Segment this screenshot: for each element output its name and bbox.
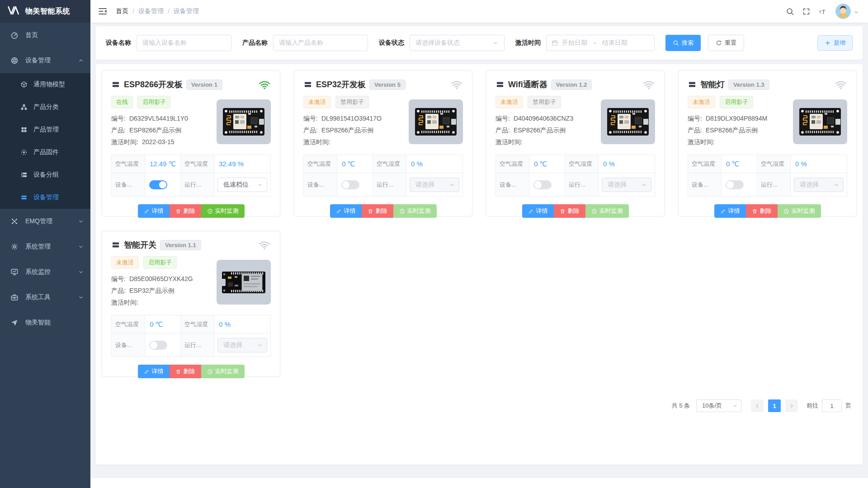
sidebar-subitem[interactable]: 产品管理 [0,118,90,141]
activate-time-label: 激活时间 [515,39,541,47]
sidebar-item-label: 系统监控 [25,268,51,276]
device-image [217,99,271,144]
wifi-status-icon [258,79,271,90]
temp-label: 空气温度 [496,155,529,173]
version-badge: Version 5 [369,80,406,90]
realtime-monitor-button[interactable]: 实时监测 [201,204,245,218]
device-switch-toggle[interactable] [726,180,744,189]
breadcrumb-item[interactable]: 设备管理 [138,7,164,15]
device-switch-toggle[interactable] [149,180,167,189]
run-mode-select: 请选择 [410,178,459,192]
temp-label: 空气温度 [112,155,145,173]
status-tag: 启用影子 [143,256,177,269]
page-size-select[interactable]: 10条/页 [696,399,741,412]
logo: 物美智能系统 [0,0,90,23]
device-product: ESP8266产品示例 [321,127,373,134]
sidebar-subitem-label: 通用物模型 [33,80,65,89]
next-page-button[interactable] [785,399,798,412]
breadcrumb-item[interactable]: 首页 [116,7,128,15]
device-name-input[interactable]: 请输入设备名称 [137,35,231,51]
card-actions: 详情删除实时监测 [688,204,847,218]
card-header: ESP32开发板Version 5 [303,79,463,90]
device-product-row: 产品:ESP8266产品示例 [688,124,780,136]
device-code-row: 编号:D819DLX904P8894M [688,113,780,124]
sidebar-menu: 首页设备管理通用物模型产品分类产品管理产品固件设备分组设备管理EMQ管理系统管理… [0,23,90,335]
monitor-circle-icon [591,208,597,214]
sidebar-item[interactable]: 系统监控 [0,259,90,285]
refresh-icon [716,40,722,46]
detail-button[interactable]: 详情 [138,365,170,378]
product-name-input[interactable]: 请输入产品名称 [273,35,368,51]
device-switch-toggle[interactable] [149,341,167,350]
horizontal-scrollbar[interactable] [90,478,868,488]
filter-bar: 设备名称 请输入设备名称 产品名称 请输入产品名称 设备状态 请选择设备状态 激… [96,26,863,60]
delete-button[interactable]: 删除 [746,204,778,218]
metrics-table: 空气温度0 ℃空气湿度0 %设备...运行...请选择 [495,155,655,197]
sidebar-subitem[interactable]: 设备分组 [0,164,90,186]
page-number[interactable]: 1 [768,399,781,412]
trash-icon [368,208,373,214]
detail-button[interactable]: 详情 [714,204,746,218]
wifi-status-icon [450,79,463,90]
sidebar-item[interactable]: EMQ管理 [0,209,90,234]
status-tag: 未激活 [688,96,715,108]
sidebar-item[interactable]: 系统管理 [0,234,90,259]
run-mode-label: 运行... [373,173,406,197]
grid-icon [20,126,28,134]
run-mode-select[interactable]: 低速档位 [217,178,267,192]
avatar[interactable] [835,4,851,19]
date-range-picker[interactable]: 开始日期 - 结束日期 [546,35,655,51]
delete-button[interactable]: 删除 [554,204,585,218]
sidebar-item[interactable]: 设备管理 [0,48,90,73]
add-device-button[interactable]: 新增 [817,35,853,51]
svg-text:T: T [821,8,825,15]
card-header: Wifi通断器Version 1.2 [495,79,655,90]
device-status-select[interactable]: 请选择设备状态 [410,35,505,51]
humidity-value: 0 % [214,315,271,333]
sidebar-subitem[interactable]: 产品固件 [0,141,90,164]
collapse-sidebar-icon[interactable] [98,6,108,16]
topbar: 首页/设备管理/设备管理 TT [90,0,868,23]
svg-text:T: T [819,9,821,14]
device-info: 编号:D40409640636CNZ3产品:ESP8266产品示例激活时间: [495,113,588,148]
detail-button[interactable]: 详情 [522,204,554,218]
status-tag: 禁用影子 [335,96,369,108]
status-tag: 未激活 [303,96,331,108]
search-icon[interactable] [783,5,797,18]
delete-button[interactable]: 删除 [170,204,201,218]
device-code: DL9981541O39417O [321,115,382,122]
device-switch-toggle[interactable] [341,180,359,189]
chevron-down-icon [641,182,647,188]
sidebar-item[interactable]: 首页 [0,23,90,48]
detail-button[interactable]: 详情 [138,204,170,218]
sidebar-subitem[interactable]: 设备管理 [0,186,90,209]
device-product-row: 产品:ESP8266产品示例 [303,124,396,136]
metrics-table: 空气温度0 ℃空气湿度0 %设备...运行...请选择 [688,155,847,197]
delete-button[interactable]: 删除 [362,204,393,218]
device-title: ESP8266开发板 [124,79,183,90]
device-product: ESP8266产品示例 [514,127,566,134]
filter-product-name: 产品名称 请输入产品名称 [242,35,368,51]
device-activate-row: 激活时间: [303,136,396,148]
filter-device-status: 设备状态 请选择设备状态 [379,35,505,51]
chevron-down-icon[interactable] [854,9,859,14]
app-root: 物美智能系统 首页设备管理通用物模型产品分类产品管理产品固件设备分组设备管理EM… [0,0,868,488]
goto-page-input[interactable] [822,399,842,412]
reset-button[interactable]: 重置 [708,35,744,51]
search-button[interactable]: 搜索 [665,35,701,51]
sidebar-subitem[interactable]: 产品分类 [0,96,90,118]
trash-icon [752,208,758,214]
detail-button[interactable]: 详情 [330,204,362,218]
sidebar-subitem[interactable]: 通用物模型 [0,73,90,96]
prev-page-button[interactable] [751,399,764,412]
fullscreen-icon[interactable] [799,5,813,18]
device-switch-toggle[interactable] [533,180,552,189]
device-card: Wifi通断器Version 1.2未激活禁用影子编号:D40409640636… [486,70,665,216]
version-badge: Version 1.3 [728,80,769,90]
device-code-row: 编号:D85E00R65DYXK42G [111,273,204,285]
delete-button[interactable]: 删除 [170,365,201,378]
sidebar-item[interactable]: 物美智能 [0,310,90,335]
font-size-icon[interactable]: TT [816,5,829,18]
sidebar-item[interactable]: 系统工具 [0,285,90,310]
breadcrumb-item: 设备管理 [174,7,199,15]
